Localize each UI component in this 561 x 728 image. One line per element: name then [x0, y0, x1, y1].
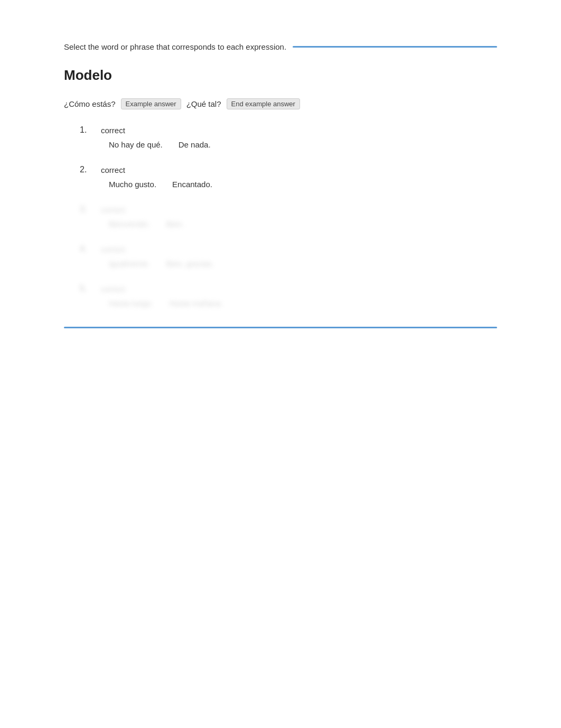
question-block-4: 4. correct Igualmente. Bien, gracias.: [64, 244, 497, 268]
bottom-bar-row: [64, 324, 497, 328]
question-number-row-5: 5. correct: [80, 284, 497, 293]
question-options-row-4: Igualmente. Bien, gracias.: [80, 259, 497, 268]
question-1-option-1[interactable]: No hay de qué.: [109, 140, 163, 149]
question-2-option-1[interactable]: Mucho gusto.: [109, 180, 156, 189]
section-title: Modelo: [64, 67, 497, 84]
question-options-row-5: Hasta luego. Hasta mañana.: [80, 299, 497, 308]
question-options-row-3: Bienvenido. Bien.: [80, 219, 497, 228]
end-example-badge: End example answer: [227, 98, 300, 109]
question-4-option-2: Bien, gracias.: [166, 259, 214, 268]
question-5-option-2: Hasta mañana.: [169, 299, 223, 308]
page-container: Select the word or phrase that correspon…: [53, 0, 508, 349]
modelo-row: ¿Cómo estás? Example answer ¿Qué tal? En…: [64, 98, 497, 109]
instruction-row: Select the word or phrase that correspon…: [64, 42, 497, 51]
example-answer-badge: Example answer: [121, 98, 181, 109]
question-number-4: 4.: [80, 244, 101, 254]
question-3-option-1: Bienvenido.: [109, 219, 150, 228]
question-number-row-3: 3. correct: [80, 205, 497, 214]
bottom-separator-line: [64, 327, 497, 328]
modelo-question: ¿Cómo estás?: [64, 99, 116, 108]
question-status-4: correct: [101, 245, 125, 254]
question-5-option-1: Hasta luego.: [109, 299, 153, 308]
question-block-3: 3. correct Bienvenido. Bien.: [64, 205, 497, 228]
question-status-5: correct: [101, 284, 125, 293]
question-block-5: 5. correct Hasta luego. Hasta mañana.: [64, 284, 497, 308]
question-number-3: 3.: [80, 205, 101, 214]
question-options-row-2: Mucho gusto. Encantado.: [80, 180, 497, 189]
question-4-option-1: Igualmente.: [109, 259, 150, 268]
question-status-2: correct: [101, 165, 125, 174]
question-1-option-2[interactable]: De nada.: [179, 140, 211, 149]
question-number-row-1: 1. correct: [80, 125, 497, 135]
question-number-2: 2.: [80, 165, 101, 174]
question-status-3: correct: [101, 205, 125, 214]
modelo-response: ¿Qué tal?: [186, 99, 221, 108]
question-2-option-2[interactable]: Encantado.: [172, 180, 212, 189]
question-status-1: correct: [101, 126, 125, 135]
question-block-1: 1. correct No hay de qué. De nada.: [64, 125, 497, 149]
instruction-divider: [293, 46, 497, 48]
question-block-2: 2. correct Mucho gusto. Encantado.: [64, 165, 497, 189]
question-number-5: 5.: [80, 284, 101, 293]
question-number-1: 1.: [80, 125, 101, 135]
question-number-row-2: 2. correct: [80, 165, 497, 174]
question-3-option-2: Bien.: [166, 219, 184, 228]
question-options-row-1: No hay de qué. De nada.: [80, 140, 497, 149]
question-number-row-4: 4. correct: [80, 244, 497, 254]
instruction-text: Select the word or phrase that correspon…: [64, 42, 286, 51]
